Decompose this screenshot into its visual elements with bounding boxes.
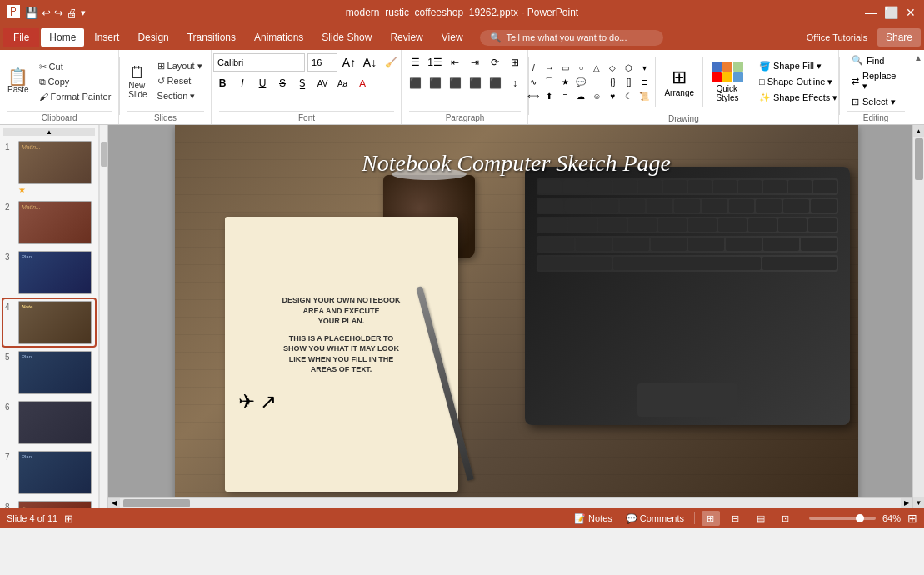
shape-arrow[interactable]: →: [542, 61, 557, 74]
slide-thumb-2[interactable]: 2 Matin...: [3, 199, 95, 246]
new-slide-button[interactable]: 🗒 NewSlide: [124, 62, 151, 102]
shape-rect[interactable]: ▭: [557, 61, 572, 74]
align-left-btn[interactable]: ⬛: [406, 74, 424, 92]
shape-bracket[interactable]: []: [621, 75, 636, 88]
view-menu[interactable]: View: [433, 28, 472, 47]
comments-btn[interactable]: 💬 Comments: [622, 512, 687, 525]
columns-btn[interactable]: ⬛: [486, 74, 504, 92]
file-menu[interactable]: File: [3, 28, 39, 47]
maximize-btn[interactable]: ⬜: [884, 6, 897, 19]
slide-thumb-4[interactable]: 4 Note...: [3, 299, 95, 346]
home-menu[interactable]: Home: [41, 28, 84, 47]
print-icon[interactable]: 🖨: [67, 7, 77, 19]
shape-eq[interactable]: =: [557, 89, 572, 102]
redo-icon[interactable]: ↪: [54, 7, 63, 19]
shape-dbl-arrow[interactable]: ⟺: [526, 89, 541, 102]
bullets-btn[interactable]: ☰: [406, 53, 424, 72]
shape-star[interactable]: ★: [557, 75, 572, 88]
font-name-input[interactable]: [213, 53, 305, 72]
slide-sorter-btn[interactable]: ⊟: [727, 511, 745, 526]
align-right-btn[interactable]: ⬛: [446, 74, 464, 92]
h-scroll-right-btn[interactable]: ▶: [901, 498, 912, 509]
slideshow-menu[interactable]: Slide Show: [313, 28, 380, 47]
quick-styles-button[interactable]: QuickStyles: [707, 58, 748, 106]
shape-crescent[interactable]: ☾: [621, 89, 636, 102]
font-color-btn[interactable]: A: [353, 74, 372, 92]
underline-btn[interactable]: U: [253, 74, 272, 92]
save-icon[interactable]: 💾: [25, 7, 38, 19]
layout-button[interactable]: ⊞ Layout ▾: [153, 59, 207, 73]
scroll-up-btn[interactable]: ▲: [913, 125, 925, 137]
shape-more[interactable]: ▾: [637, 61, 652, 74]
slide-thumb-8[interactable]: 8 ...: [3, 499, 95, 508]
slide-thumb-3[interactable]: 3 Plan...: [3, 249, 95, 296]
italic-btn[interactable]: I: [233, 74, 252, 92]
align-center-btn[interactable]: ⬛: [426, 74, 444, 92]
shape-extra[interactable]: ⊏: [637, 75, 652, 88]
bold-btn[interactable]: B: [213, 74, 232, 92]
zoom-thumb[interactable]: [856, 514, 864, 522]
shape-plus[interactable]: +: [589, 75, 604, 88]
shape-cloud[interactable]: ☁: [573, 89, 588, 102]
office-tutorials-btn[interactable]: Office Tutorials: [798, 29, 876, 46]
shape-smile[interactable]: ☺: [589, 89, 604, 102]
v-scroll-thumb[interactable]: [915, 138, 923, 180]
char-spacing-btn[interactable]: AV: [313, 74, 332, 92]
paste-button[interactable]: 📋 Paste: [3, 66, 33, 97]
transitions-menu[interactable]: Transitions: [179, 28, 244, 47]
minimize-btn[interactable]: —: [864, 6, 877, 19]
reset-button[interactable]: ↺ Reset: [153, 74, 207, 88]
zoom-slider[interactable]: [809, 517, 876, 520]
shape-tri[interactable]: △: [589, 61, 604, 74]
shape-circle[interactable]: ○: [573, 61, 588, 74]
replace-btn[interactable]: ⇄ Replace ▾: [847, 69, 905, 93]
increase-font-btn[interactable]: A↑: [340, 53, 358, 72]
close-btn[interactable]: ✕: [904, 6, 917, 19]
shape-outline-btn[interactable]: □ Shape Outline ▾: [756, 75, 841, 89]
slide-scroll-up[interactable]: ▲: [3, 128, 95, 136]
review-menu[interactable]: Review: [382, 28, 431, 47]
insert-menu[interactable]: Insert: [86, 28, 127, 47]
decrease-font-btn[interactable]: A↓: [361, 53, 379, 72]
customize-icon[interactable]: ▾: [81, 8, 86, 18]
slide-scrollbar[interactable]: [99, 125, 107, 508]
shape-hex[interactable]: ⬡: [621, 61, 636, 74]
fit-slide-btn[interactable]: ⊞: [907, 512, 917, 525]
notes-btn[interactable]: 📝 Notes: [571, 512, 616, 525]
line-spacing-btn[interactable]: ↕: [506, 74, 524, 92]
numbering-btn[interactable]: 1☰: [426, 53, 444, 72]
format-painter-button[interactable]: 🖌 Format Painter: [35, 90, 116, 103]
ribbon-collapse-btn[interactable]: ▲: [912, 50, 924, 66]
scroll-down-btn[interactable]: ▼: [913, 497, 925, 508]
shape-block-arrow[interactable]: ⬆: [542, 89, 557, 102]
clear-format-btn[interactable]: 🧹: [382, 53, 400, 72]
normal-view-btn[interactable]: ⊞: [702, 511, 720, 526]
animations-menu[interactable]: Animations: [246, 28, 312, 47]
text-direction-btn[interactable]: ⟳: [486, 53, 504, 72]
shape-callout[interactable]: 💬: [573, 75, 588, 88]
undo-icon[interactable]: ↩: [42, 7, 51, 19]
copy-button[interactable]: ⧉ Copy: [35, 75, 116, 89]
h-scrollbar[interactable]: ◀ ▶: [108, 497, 912, 508]
shape-brace[interactable]: {}: [605, 75, 620, 88]
shape-line[interactable]: /: [526, 61, 541, 74]
shape-effects-btn[interactable]: ✨ Shape Effects ▾: [756, 91, 841, 105]
arrange-button[interactable]: ⊞ Arrange: [659, 63, 699, 101]
strikethrough-btn[interactable]: S: [273, 74, 292, 92]
change-case-btn[interactable]: Aa: [333, 74, 352, 92]
slide-scroll-thumb[interactable]: [101, 142, 107, 167]
shape-bend[interactable]: ⌒: [542, 75, 557, 88]
slide-thumb-1[interactable]: 1 Matin... ★: [3, 139, 95, 196]
select-btn[interactable]: ⊡ Select ▾: [847, 95, 901, 109]
justify-btn[interactable]: ⬛: [466, 74, 484, 92]
decrease-indent-btn[interactable]: ⇤: [446, 53, 464, 72]
slideshow-view-btn[interactable]: ⊡: [777, 511, 795, 526]
shape-heart[interactable]: ♥: [605, 89, 620, 102]
reading-view-btn[interactable]: ▤: [752, 511, 770, 526]
shape-fill-btn[interactable]: 🪣 Shape Fill ▾: [756, 59, 841, 73]
shadow-btn[interactable]: S̲: [293, 74, 312, 92]
shape-curve[interactable]: ∿: [526, 75, 541, 88]
section-button[interactable]: Section ▾: [153, 89, 207, 103]
cut-button[interactable]: ✂ Cut: [35, 60, 116, 74]
increase-indent-btn[interactable]: ⇥: [466, 53, 484, 72]
